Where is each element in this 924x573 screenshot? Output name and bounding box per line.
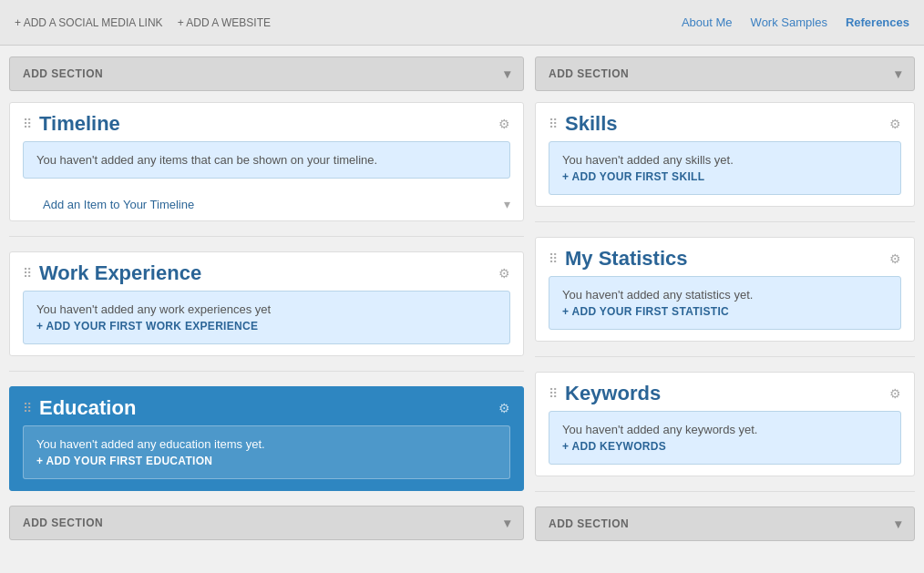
education-section: ⠿ Education ⚙ You haven't added any educ… — [9, 386, 524, 491]
timeline-empty-state: You haven't added any items that can be … — [23, 141, 510, 179]
divider — [535, 491, 915, 492]
gear-icon[interactable]: ⚙ — [889, 251, 901, 266]
work-experience-empty-text: You haven't added any work experiences y… — [36, 302, 271, 316]
add-section-bar-top-right[interactable]: ADD SECTION ▾ — [535, 56, 915, 91]
add-section-bar-top-left[interactable]: ADD SECTION ▾ — [9, 56, 524, 91]
add-section-label-top-right: ADD SECTION — [549, 67, 629, 80]
add-social-link[interactable]: + ADD A SOCIAL MEDIA LINK — [15, 16, 163, 29]
drag-handle-icon[interactable]: ⠿ — [23, 117, 32, 131]
gear-icon[interactable]: ⚙ — [498, 117, 510, 131]
timeline-empty-text: You haven't added any items that can be … — [36, 153, 377, 167]
nav-about-me[interactable]: About Me — [682, 15, 733, 29]
skills-title: Skills — [565, 112, 882, 136]
add-website-link[interactable]: + ADD A WEBSITE — [178, 16, 271, 29]
skills-section-header: ⠿ Skills ⚙ — [536, 103, 914, 141]
chevron-down-icon: ▾ — [504, 197, 510, 211]
timeline-title: Timeline — [39, 112, 491, 136]
keywords-empty-text: You haven't added any keywords yet. — [562, 423, 757, 436]
add-first-statistic-link[interactable]: + ADD YOUR FIRST STATISTIC — [562, 305, 888, 318]
add-first-work-experience-link[interactable]: + ADD YOUR FIRST WORK EXPERIENCE — [36, 320, 497, 333]
keywords-section: ⠿ Keywords ⚙ You haven't added any keywo… — [535, 372, 915, 476]
add-section-label-bottom-left: ADD SECTION — [23, 517, 103, 529]
add-section-label-top-left: ADD SECTION — [23, 67, 103, 80]
drag-handle-icon[interactable]: ⠿ — [549, 386, 558, 401]
gear-icon[interactable]: ⚙ — [889, 117, 901, 131]
drag-handle-icon[interactable]: ⠿ — [549, 251, 558, 266]
gear-icon[interactable]: ⚙ — [498, 401, 510, 415]
education-empty-text: You haven't added any education items ye… — [36, 437, 265, 451]
add-first-education-link[interactable]: + ADD YOUR FIRST EDUCATION — [36, 455, 497, 467]
chevron-down-icon: ▾ — [504, 516, 511, 530]
skills-section: ⠿ Skills ⚙ You haven't added any skills … — [535, 102, 915, 207]
divider — [535, 356, 915, 357]
left-column: ADD SECTION ▾ ⠿ Timeline ⚙ You haven't a… — [9, 56, 524, 552]
divider — [9, 371, 524, 372]
nav-work-samples[interactable]: Work Samples — [751, 15, 827, 29]
drag-handle-icon[interactable]: ⠿ — [23, 401, 32, 415]
keywords-title: Keywords — [565, 382, 882, 405]
top-bar: + ADD A SOCIAL MEDIA LINK + ADD A WEBSIT… — [0, 0, 924, 46]
add-section-bar-bottom-left[interactable]: ADD SECTION ▾ — [9, 506, 524, 540]
my-statistics-section-header: ⠿ My Statistics ⚙ — [536, 238, 914, 276]
keywords-empty-state: You haven't added any keywords yet. + AD… — [549, 411, 901, 465]
top-bar-left: + ADD A SOCIAL MEDIA LINK + ADD A WEBSIT… — [15, 16, 271, 29]
gear-icon[interactable]: ⚙ — [498, 266, 510, 281]
divider — [9, 236, 524, 237]
add-section-bar-bottom-right[interactable]: ADD SECTION ▾ — [535, 506, 915, 541]
nav-references[interactable]: References — [846, 15, 909, 29]
chevron-down-icon: ▾ — [895, 67, 902, 81]
skills-empty-state: You haven't added any skills yet. + ADD … — [549, 141, 901, 195]
work-experience-section-header: ⠿ Work Experience ⚙ — [10, 252, 523, 291]
timeline-section-header: ⠿ Timeline ⚙ — [10, 103, 523, 141]
keywords-section-header: ⠿ Keywords ⚙ — [536, 373, 914, 411]
add-timeline-label: Add an Item to Your Timeline — [43, 198, 194, 211]
education-section-header: ⠿ Education ⚙ — [10, 387, 523, 425]
add-first-skill-link[interactable]: + ADD YOUR FIRST SKILL — [562, 170, 888, 183]
right-column: ADD SECTION ▾ ⠿ Skills ⚙ You haven't add… — [535, 56, 915, 552]
education-empty-state: You haven't added any education items ye… — [23, 425, 510, 479]
add-keywords-link[interactable]: + ADD KEYWORDS — [562, 440, 888, 453]
my-statistics-empty-state: You haven't added any statistics yet. + … — [549, 276, 901, 330]
education-title: Education — [39, 396, 491, 420]
work-experience-title: Work Experience — [39, 261, 491, 285]
divider — [535, 221, 915, 222]
my-statistics-title: My Statistics — [565, 247, 882, 271]
work-experience-section: ⠿ Work Experience ⚙ You haven't added an… — [9, 251, 524, 356]
chevron-down-icon: ▾ — [504, 67, 511, 81]
drag-handle-icon[interactable]: ⠿ — [23, 266, 32, 281]
add-timeline-item-link[interactable]: Add an Item to Your Timeline ▾ — [10, 189, 523, 220]
chevron-down-icon: ▾ — [895, 517, 902, 531]
work-experience-empty-state: You haven't added any work experiences y… — [23, 291, 510, 344]
gear-icon[interactable]: ⚙ — [889, 386, 901, 401]
my-statistics-section: ⠿ My Statistics ⚙ You haven't added any … — [535, 237, 915, 342]
add-section-label-bottom-right: ADD SECTION — [549, 517, 629, 530]
main-container: ADD SECTION ▾ ⠿ Timeline ⚙ You haven't a… — [0, 46, 924, 563]
skills-empty-text: You haven't added any skills yet. — [562, 153, 734, 167]
top-bar-nav: About Me Work Samples References — [682, 15, 909, 29]
timeline-section: ⠿ Timeline ⚙ You haven't added any items… — [9, 102, 524, 221]
drag-handle-icon[interactable]: ⠿ — [549, 117, 558, 131]
my-statistics-empty-text: You haven't added any statistics yet. — [562, 288, 753, 302]
